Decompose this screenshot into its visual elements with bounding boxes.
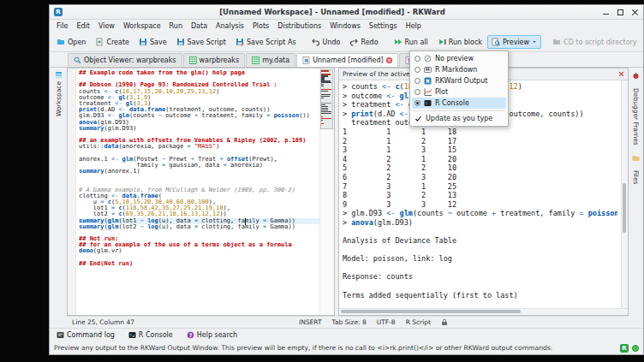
code-line: demo(glm.vr): [79, 248, 319, 254]
save-script-button[interactable]: Save Script: [172, 35, 230, 49]
code-line: anorex.1 <- glm(Postwt ~ Prewt + Treat +…: [79, 157, 319, 163]
console-horizontal-scrollbar[interactable]: [339, 308, 628, 315]
console-line: 8 3 2 13: [343, 191, 617, 200]
code-line: print(d.AD <- data.frame(treatment, outc…: [79, 107, 319, 113]
editor-icon-border: [68, 68, 76, 315]
code-line: ## Dobson (1990) Page 93: Randomized Con…: [79, 82, 319, 88]
menu-analysis[interactable]: Analysis: [212, 21, 248, 31]
code-line: ## for an example of the use of a terms …: [79, 242, 319, 248]
menu-item-no-preview[interactable]: No preview: [412, 53, 506, 64]
cd-to-script-directory-button[interactable]: CD to script directory: [548, 35, 641, 49]
menu-help[interactable]: Help: [402, 21, 426, 31]
minimize-icon[interactable]: [602, 9, 610, 16]
code-line: [79, 181, 319, 187]
console-line: [343, 264, 617, 273]
menu-file[interactable]: File: [52, 21, 72, 31]
chevron-down-icon: [532, 39, 537, 45]
redo-button[interactable]: Redo: [345, 35, 382, 49]
left-tool-strip: Workspace: [50, 68, 67, 328]
title-bar[interactable]: R [Unnamed Workspace] - Unnamed [modifie…: [50, 5, 643, 20]
code-line: [79, 150, 319, 156]
cursor-position[interactable]: Line 25, Column 47: [72, 318, 134, 326]
tab-size[interactable]: Tab Size: 8: [332, 318, 367, 326]
code-line: lot2 = c(69,35,26,21,18,16,13,12,12)): [79, 211, 319, 217]
lock-icon[interactable]: [441, 318, 448, 326]
tab-object-viewer[interactable]: Object Viewer: warpbreaks: [68, 53, 182, 67]
help-search-button[interactable]: ? Help search: [184, 330, 240, 340]
save-button[interactable]: Save: [134, 35, 171, 49]
menu-item-rkward-output[interactable]: R RKWard Output: [412, 75, 506, 86]
menu-item-r-console[interactable]: R Console: [412, 98, 506, 109]
code-line: [79, 255, 319, 261]
redo-icon: [349, 38, 358, 46]
close-icon[interactable]: [631, 9, 639, 16]
console-line: 4 2 1 20: [343, 155, 617, 164]
console-vertical-scrollbar[interactable]: [621, 80, 628, 308]
menu-run[interactable]: Run: [165, 21, 187, 31]
menu-item-update-as-you-type[interactable]: Update as you type: [412, 113, 506, 124]
svg-text:R: R: [426, 78, 430, 84]
console-line: [343, 228, 617, 237]
console-line: 2 1 2 17: [343, 137, 617, 146]
save-script-as-button[interactable]: Save Script As: [231, 35, 301, 49]
radio-icon: [414, 89, 420, 95]
sidebar-tab-files[interactable]: Files: [632, 170, 640, 184]
menu-distributions[interactable]: Distributions: [273, 21, 325, 31]
code-line: counts <- c(18,17,15,20,10,20,25,13,12): [79, 89, 319, 95]
open-button[interactable]: Open: [52, 35, 90, 49]
scrollbar-handle[interactable]: [341, 310, 521, 313]
menu-view[interactable]: View: [94, 21, 119, 31]
create-button[interactable]: Create: [91, 35, 134, 49]
menu-data[interactable]: Data: [187, 21, 212, 31]
run-block-button[interactable]: Run block: [433, 35, 486, 49]
radio-icon: [414, 56, 420, 62]
code-line: ## Not run:: [79, 236, 319, 242]
help-search-icon: ?: [187, 331, 194, 339]
code-line: ## End(Not run): [79, 261, 319, 267]
code-line: ## Example code taken from the glm() hel…: [79, 70, 319, 76]
console-line: [343, 300, 617, 308]
menu-windows[interactable]: Windows: [325, 21, 365, 31]
r-engine-status-badge[interactable]: R: [620, 344, 629, 353]
sidebar-tab-debugger-frames[interactable]: Debugger Frames: [632, 88, 640, 145]
rkward-output-icon: R: [424, 77, 432, 85]
tab-warpbreaks[interactable]: warpbreaks: [183, 53, 246, 67]
editor-minimap[interactable]: [319, 68, 334, 315]
code-area[interactable]: ## Example code taken from the glm() hel…: [76, 68, 319, 315]
insert-mode[interactable]: INSERT: [299, 318, 322, 326]
status-bar: Preview any output to the RKWard Output …: [50, 341, 643, 354]
document-new-icon: [95, 38, 104, 46]
command-log-button[interactable]: Command log: [54, 330, 117, 340]
scrollbar-handle[interactable]: [623, 183, 626, 233]
tab-close-icon[interactable]: [386, 57, 392, 63]
filetype[interactable]: R Script: [406, 318, 431, 326]
menu-item-plot[interactable]: Plot: [412, 86, 506, 98]
preview-button[interactable]: Preview: [487, 35, 541, 49]
r-console-button[interactable]: R Console: [126, 330, 176, 340]
tab-my-data[interactable]: my.data: [246, 53, 295, 67]
menu-workspace[interactable]: Workspace: [119, 21, 165, 31]
code-line: family = gaussian, data = anorexia): [79, 163, 319, 169]
maximize-icon[interactable]: [617, 9, 624, 16]
markdown-icon: M: [424, 66, 432, 74]
files-icon: [632, 154, 640, 162]
menu-plots[interactable]: Plots: [248, 21, 273, 31]
code-line: clotting <- data.frame(: [79, 193, 319, 199]
menu-edit[interactable]: Edit: [72, 21, 94, 31]
code-line: [79, 132, 319, 138]
magnifier-icon: [74, 56, 81, 64]
code-line: summary(glm.D93): [79, 126, 319, 132]
encoding[interactable]: UTF-8: [377, 318, 396, 326]
sidebar-tab-workspace[interactable]: Workspace: [55, 81, 63, 116]
undo-button[interactable]: Undo: [307, 35, 345, 49]
run-all-button[interactable]: Run all: [390, 35, 432, 49]
preview-close-icon[interactable]: [618, 71, 624, 77]
code-line: utils::data(anorexia, package = "MASS"): [79, 144, 319, 150]
minimap-viewport[interactable]: [320, 69, 333, 129]
code-line: [79, 175, 319, 181]
menu-settings[interactable]: Settings: [365, 21, 402, 31]
menu-item-r-markdown[interactable]: M R Markdown: [412, 64, 506, 75]
tab-unnamed-script[interactable]: R Unnamed [modified]: [296, 53, 398, 67]
script-editor-pane[interactable]: ## Example code taken from the glm() hel…: [67, 68, 335, 316]
save-icon: [176, 38, 185, 46]
